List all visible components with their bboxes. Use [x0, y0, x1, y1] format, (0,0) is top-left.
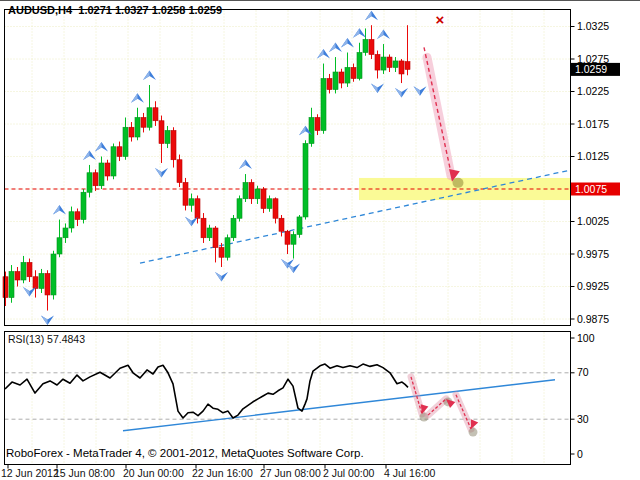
time-axis-label: 2 Jul 00:00	[323, 467, 374, 479]
chart-symbol-title: AUDUSD,H4 1.0271 1.0327 1.0258 1.0259	[8, 4, 222, 16]
rsi-axis-label: 70	[577, 366, 589, 378]
time-axis-label: 27 Jun 08:00	[260, 467, 321, 479]
chart-canvas: ×1.03251.02751.02251.01751.01251.00751.0…	[0, 1, 640, 480]
time-axis-label: 15 Jun 08:00	[54, 467, 115, 479]
metatrader-chart-window: ×1.03251.02751.02251.01751.01251.00751.0…	[0, 0, 640, 480]
price-axis-label: 0.9925	[577, 280, 609, 292]
price-axis[interactable]: 1.03251.02751.02251.01751.01251.00751.00…	[571, 20, 621, 460]
current-price-badge: 1.0259	[571, 63, 620, 76]
copyright-footer: RoboForex - MetaTrader 4, © 2001-2012, M…	[6, 447, 364, 459]
rsi-axis-label: 0	[577, 448, 583, 460]
time-axis-label: 20 Jun 00:00	[123, 467, 184, 479]
price-axis-label: 1.0325	[577, 20, 609, 32]
svg-text:1.0259: 1.0259	[575, 63, 607, 75]
main-chart-surface[interactable]	[5, 10, 571, 326]
price-axis-label: 0.9975	[577, 248, 609, 260]
time-axis-label: 4 Jul 16:00	[384, 467, 435, 479]
level-price-badge: 1.0075	[571, 183, 620, 196]
price-axis-label: 0.9875	[577, 313, 609, 325]
price-axis-label: 1.0025	[577, 215, 609, 227]
rsi-indicator-label: RSI(13) 57.4843	[8, 333, 85, 345]
rsi-axis-label: 30	[577, 413, 589, 425]
time-axis-label: 22 Jun 16:00	[192, 467, 253, 479]
price-axis-label: 1.0225	[577, 85, 609, 97]
time-axis-label: 12 Jun 2012	[1, 467, 59, 479]
price-axis-label: 1.0175	[577, 118, 609, 130]
rsi-axis-label: 100	[577, 332, 595, 344]
price-axis-label: 1.0125	[577, 150, 609, 162]
rsi-panel-surface[interactable]	[5, 332, 571, 465]
svg-text:1.0075: 1.0075	[575, 183, 607, 195]
